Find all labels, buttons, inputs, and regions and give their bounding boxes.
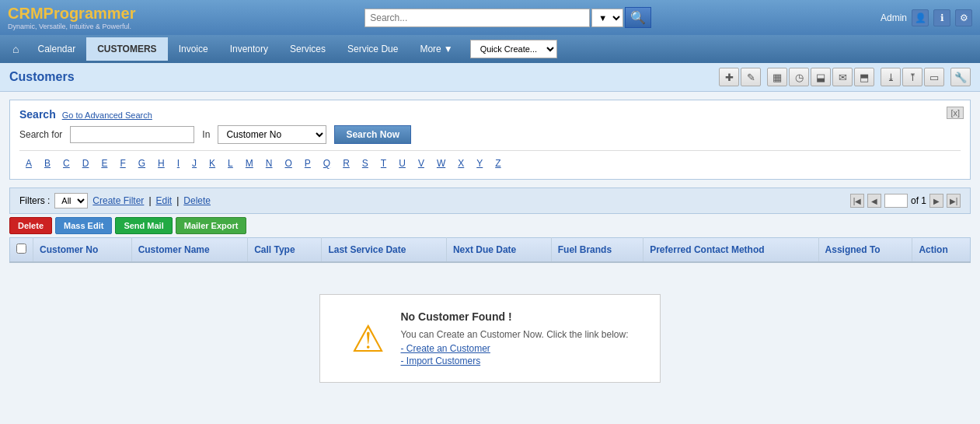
col-last-service-date[interactable]: Last Service Date xyxy=(322,238,447,263)
alpha-i[interactable]: I xyxy=(171,156,186,171)
alpha-x[interactable]: X xyxy=(452,156,470,171)
user-profile-icon[interactable]: 👤 xyxy=(912,9,929,26)
add-button[interactable]: ✚ xyxy=(719,68,739,86)
archive-button[interactable]: ⬒ xyxy=(854,68,874,86)
nav-service-due[interactable]: Service Due xyxy=(337,37,409,61)
logo-text: CRMProgrammer xyxy=(8,5,135,23)
action-bar: Delete Mass Edit Send Mail Mailer Export xyxy=(9,217,971,234)
alpha-j[interactable]: J xyxy=(186,156,203,171)
toolbar-import: ⤓ ⤒ ▭ xyxy=(881,68,944,86)
nav-invoice[interactable]: Invoice xyxy=(168,37,219,61)
mass-edit-button[interactable]: Mass Edit xyxy=(55,217,112,234)
filter-left: Filters : All Create Filter | Edit | Del… xyxy=(19,193,211,208)
alpha-w[interactable]: W xyxy=(431,156,452,171)
create-filter-link[interactable]: Create Filter xyxy=(92,195,144,206)
view-history-button[interactable]: ◷ xyxy=(789,68,809,86)
global-search-input[interactable] xyxy=(364,9,590,27)
alpha-r[interactable]: R xyxy=(337,156,356,171)
more-arrow-icon: ▼ xyxy=(444,44,453,54)
page-prev-button[interactable]: ◀ xyxy=(867,194,881,208)
empty-message: You can Create an Customer Now. Click th… xyxy=(400,329,628,340)
delete-filter-link[interactable]: Delete xyxy=(183,195,211,206)
alpha-b[interactable]: B xyxy=(38,156,57,171)
global-search-dropdown[interactable]: ▼ xyxy=(591,9,623,27)
col-action[interactable]: Action xyxy=(912,238,971,263)
alpha-n[interactable]: N xyxy=(260,156,279,171)
page-title: Customers xyxy=(9,70,713,84)
page-last-button[interactable]: ▶| xyxy=(947,194,961,208)
create-customer-link[interactable]: - Create an Customer xyxy=(400,343,490,354)
main-content: Search Go to Advanced Search Search for … xyxy=(0,92,980,424)
search-panel-close[interactable]: [x] xyxy=(947,107,964,119)
col-customer-no[interactable]: Customer No xyxy=(33,238,132,263)
select-all-checkbox[interactable] xyxy=(16,244,26,254)
nav-customers[interactable]: CUSTOMERS xyxy=(86,37,167,61)
alpha-g[interactable]: G xyxy=(132,156,152,171)
col-preferred-contact[interactable]: Preferred Contact Method xyxy=(643,238,818,263)
download-button[interactable]: ⤒ xyxy=(902,68,922,86)
search-for-input[interactable] xyxy=(70,126,194,143)
alpha-v[interactable]: V xyxy=(412,156,431,171)
send-mail-button[interactable]: Send Mail xyxy=(115,217,172,234)
alpha-y[interactable]: Y xyxy=(470,156,489,171)
toolbar-tools: 🔧 xyxy=(950,68,971,86)
alpha-e[interactable]: E xyxy=(95,156,113,171)
tools-button[interactable]: 🔧 xyxy=(950,68,971,86)
admin-username: Admin xyxy=(881,12,907,23)
page-first-button[interactable]: |◀ xyxy=(850,194,864,208)
page-next-button[interactable]: ▶ xyxy=(929,194,943,208)
page-number-input[interactable]: 1 xyxy=(884,194,908,208)
nav-services[interactable]: Services xyxy=(279,37,337,61)
alpha-d[interactable]: D xyxy=(76,156,96,171)
alpha-c[interactable]: C xyxy=(57,156,76,171)
global-search-button[interactable]: 🔍 xyxy=(625,7,651,28)
col-assigned-to[interactable]: Assigned To xyxy=(818,238,912,263)
nav-home-button[interactable]: ⌂ xyxy=(5,38,26,60)
alpha-o[interactable]: O xyxy=(278,156,298,171)
import-customers-link[interactable]: - Import Customers xyxy=(400,356,480,366)
nav-calendar[interactable]: Calendar xyxy=(26,37,86,61)
advanced-search-link[interactable]: Go to Advanced Search xyxy=(62,110,152,120)
alpha-h[interactable]: H xyxy=(152,156,171,171)
search-now-button[interactable]: Search Now xyxy=(334,125,411,144)
filter-right: |◀ ◀ 1 of 1 ▶ ▶| xyxy=(850,194,961,208)
col-call-type[interactable]: Call Type xyxy=(248,238,322,263)
alpha-u[interactable]: U xyxy=(392,156,412,171)
filter-all-dropdown[interactable]: All xyxy=(54,193,88,208)
import-button[interactable]: ⤓ xyxy=(881,68,901,86)
top-bar: CRMProgrammer Dynamic, Versatile, Intuit… xyxy=(0,0,980,35)
search-for-label: Search for xyxy=(19,129,62,140)
notes-button[interactable]: ✉ xyxy=(832,68,853,86)
mailer-export-button[interactable]: Mailer Export xyxy=(176,217,247,234)
nav-more[interactable]: More ▼ xyxy=(409,37,463,61)
edit-button[interactable]: ✎ xyxy=(741,68,761,86)
logo: CRMProgrammer Dynamic, Versatile, Intuit… xyxy=(8,5,135,30)
alpha-k[interactable]: K xyxy=(203,156,221,171)
alpha-filter-bar: A B C D E F G H I J K L M N O P Q R S T … xyxy=(19,150,961,171)
view-detail-button[interactable]: ▦ xyxy=(767,68,787,86)
alpha-l[interactable]: L xyxy=(221,156,239,171)
nav-inventory[interactable]: Inventory xyxy=(219,37,279,61)
edit-filter-link[interactable]: Edit xyxy=(156,195,173,206)
alpha-f[interactable]: F xyxy=(113,156,131,171)
col-customer-name[interactable]: Customer Name xyxy=(131,238,248,263)
alpha-a[interactable]: A xyxy=(19,156,38,171)
alpha-t[interactable]: T xyxy=(375,156,392,171)
empty-state: ⚠ No Customer Found ! You can Create an … xyxy=(9,263,971,424)
delete-button[interactable]: Delete xyxy=(9,217,52,234)
col-next-due-date[interactable]: Next Due Date xyxy=(446,238,551,263)
alpha-s[interactable]: S xyxy=(356,156,375,171)
quick-create-dropdown[interactable]: Quick Create... xyxy=(470,40,557,58)
alpha-p[interactable]: P xyxy=(298,156,317,171)
alpha-m[interactable]: M xyxy=(239,156,260,171)
search-in-dropdown[interactable]: Customer No Customer Name Email Phone xyxy=(218,125,326,144)
settings-icon[interactable]: ⚙ xyxy=(955,9,972,26)
info-icon[interactable]: ℹ xyxy=(933,9,950,26)
search-panel: Search Go to Advanced Search Search for … xyxy=(9,100,971,180)
search-panel-title: Search xyxy=(19,108,56,121)
email-template-button[interactable]: ▭ xyxy=(924,68,944,86)
alpha-z[interactable]: Z xyxy=(489,156,507,171)
export-button[interactable]: ⬓ xyxy=(811,68,831,86)
col-fuel-brands[interactable]: Fuel Brands xyxy=(551,238,643,263)
alpha-q[interactable]: Q xyxy=(317,156,337,171)
